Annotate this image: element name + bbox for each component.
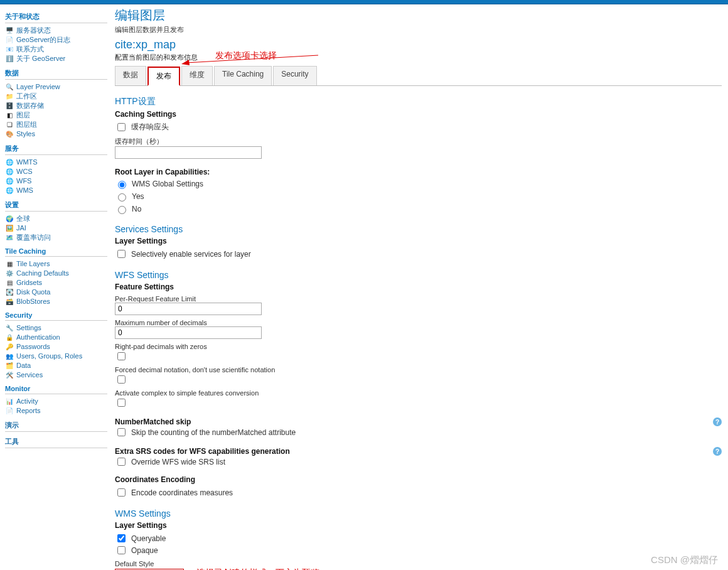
sidebar-item-sec-data[interactable]: Data bbox=[16, 361, 31, 370]
coordinates-encoding-heading: Coordinates Encoding bbox=[115, 475, 722, 484]
key-icon: 🔑 bbox=[5, 343, 14, 352]
override-srs-checkbox[interactable] bbox=[117, 458, 126, 466]
tab-publish[interactable]: 发布 bbox=[147, 67, 180, 86]
skip-numbermatched-checkbox[interactable] bbox=[117, 428, 126, 436]
sidebar-item-disk-quota[interactable]: Disk Quota bbox=[16, 288, 50, 297]
sidebar-item-styles[interactable]: Styles bbox=[16, 129, 35, 139]
selective-services-checkbox[interactable] bbox=[117, 250, 126, 258]
sidebar-item-users-groups-roles[interactable]: Users, Groups, Roles bbox=[16, 352, 82, 361]
sidebar-item-caching-defaults[interactable]: Caching Defaults bbox=[16, 269, 69, 278]
help-icon[interactable]: ? bbox=[713, 417, 722, 426]
globe-icon: 🌍 bbox=[5, 215, 14, 223]
data-icon: 🗂️ bbox=[5, 362, 14, 370]
sidebar-item-global[interactable]: 全球 bbox=[16, 214, 30, 223]
tab-dimension[interactable]: 维度 bbox=[181, 66, 213, 85]
sidebar: 关于和状态 🖥️服务器状态 📄GeoServer的日志 📧联系方式 ℹ️关于 G… bbox=[0, 4, 107, 570]
gear-icon: ⚙️ bbox=[5, 269, 14, 278]
max-decimals-label: Maximum number of decimals bbox=[115, 319, 722, 326]
help-icon[interactable]: ? bbox=[713, 447, 722, 456]
sidebar-item-about[interactable]: 关于 GeoServer bbox=[16, 54, 65, 63]
activity-icon: 📊 bbox=[5, 397, 14, 406]
root-layer-yes-label: Yes bbox=[132, 192, 144, 201]
root-layer-heading: Root Layer in Capabilities: bbox=[115, 168, 722, 176]
layer-name-heading: cite:xp_map bbox=[115, 38, 722, 51]
encode-coordinates-label: Encode coordinates measures bbox=[131, 488, 233, 497]
content-area: 编辑图层 编辑图层数据并且发布 cite:xp_map 配置当前图层的和发布信息… bbox=[107, 4, 728, 570]
tab-data[interactable]: 数据 bbox=[115, 66, 146, 85]
wms-icon: 🌐 bbox=[5, 186, 14, 195]
cache-response-checkbox[interactable] bbox=[117, 123, 126, 131]
sidebar-item-wcs[interactable]: WCS bbox=[16, 167, 33, 176]
encode-coordinates-checkbox[interactable] bbox=[117, 488, 126, 497]
sidebar-item-logs[interactable]: GeoServer的日志 bbox=[16, 35, 70, 45]
sidebar-item-sec-settings[interactable]: Settings bbox=[16, 323, 41, 333]
sidebar-item-layer-preview[interactable]: Layer Preview bbox=[16, 82, 60, 92]
wms-settings-heading: WMS Settings bbox=[115, 508, 722, 519]
sidebar-item-activity[interactable]: Activity bbox=[16, 397, 38, 406]
default-style-label: Default Style bbox=[115, 560, 184, 567]
page-subtitle: 编辑图层数据并且发布 bbox=[115, 25, 722, 35]
sidebar-item-layergroups[interactable]: 图层组 bbox=[16, 120, 37, 129]
sidebar-item-blobstores[interactable]: BlobStores bbox=[16, 297, 50, 306]
sidebar-item-passwords[interactable]: Passwords bbox=[16, 342, 50, 352]
search-icon: 🔍 bbox=[5, 83, 14, 92]
config-desc-line: 配置当前图层的和发布信息 发布选项卡选择 bbox=[115, 53, 722, 62]
opaque-checkbox[interactable] bbox=[117, 546, 126, 554]
opaque-label: Opaque bbox=[131, 546, 158, 555]
forced-decimal-checkbox[interactable] bbox=[117, 375, 126, 384]
sidebar-item-jai[interactable]: JAI bbox=[16, 223, 26, 233]
root-layer-global-label: WMS Global Settings bbox=[132, 180, 203, 188]
jai-icon: 🖼️ bbox=[5, 224, 14, 233]
sidebar-item-wfs[interactable]: WFS bbox=[16, 176, 31, 186]
cache-time-input[interactable] bbox=[115, 146, 262, 159]
sidebar-item-reports[interactable]: Reports bbox=[16, 406, 41, 416]
root-layer-yes-radio[interactable] bbox=[118, 193, 126, 202]
sidebar-item-tools[interactable]: 工具 bbox=[5, 438, 19, 445]
sidebar-item-tile-layers[interactable]: Tile Layers bbox=[16, 259, 50, 269]
users-icon: 👥 bbox=[5, 352, 14, 361]
palette-icon: 🎨 bbox=[5, 130, 14, 139]
cache-response-label: 缓存响应头 bbox=[131, 122, 169, 132]
root-layer-global-radio[interactable] bbox=[118, 181, 126, 189]
blob-icon: 🗃️ bbox=[5, 298, 14, 306]
tab-tile-caching[interactable]: Tile Caching bbox=[214, 66, 272, 85]
sidebar-group-settings: 设置 bbox=[5, 200, 107, 210]
complex-to-simple-checkbox[interactable] bbox=[117, 399, 126, 407]
wms-layer-settings-heading: Layer Settings bbox=[115, 521, 722, 530]
sidebar-item-stores[interactable]: 数据存储 bbox=[16, 101, 44, 110]
wfs-icon: 🌐 bbox=[5, 177, 14, 186]
sidebar-item-coverage[interactable]: 覆盖率访问 bbox=[16, 233, 51, 242]
info-icon: ℹ️ bbox=[5, 55, 14, 63]
caching-settings-heading: Caching Settings bbox=[115, 110, 722, 119]
sidebar-item-server-status[interactable]: 服务器状态 bbox=[16, 26, 51, 35]
sidebar-item-contact[interactable]: 联系方式 bbox=[16, 45, 44, 54]
queryable-label: Queryable bbox=[131, 534, 166, 543]
sidebar-item-gridsets[interactable]: Gridsets bbox=[16, 278, 42, 288]
root-layer-no-radio[interactable] bbox=[118, 206, 126, 214]
tab-security[interactable]: Security bbox=[273, 66, 316, 85]
database-icon: 🗄️ bbox=[5, 102, 14, 110]
max-decimals-input[interactable] bbox=[115, 326, 262, 339]
root-layer-no-label: No bbox=[132, 205, 141, 213]
tabs: 数据 发布 维度 Tile Caching Security bbox=[115, 66, 722, 86]
per-request-limit-label: Per-Request Feature Limit bbox=[115, 295, 722, 303]
sidebar-group-data: 数据 bbox=[5, 68, 107, 78]
monitor-icon: 🖥️ bbox=[5, 26, 14, 35]
queryable-checkbox[interactable] bbox=[117, 534, 126, 542]
sidebar-item-layers[interactable]: 图层 bbox=[16, 110, 30, 120]
sidebar-item-authentication[interactable]: Authentication bbox=[16, 333, 60, 342]
sidebar-item-sec-services[interactable]: Services bbox=[16, 370, 43, 380]
services-settings-heading: Services Settings bbox=[115, 224, 722, 234]
sidebar-item-workspaces[interactable]: 工作区 bbox=[16, 92, 37, 101]
layers-icon: ❏ bbox=[5, 121, 14, 129]
page-title: 编辑图层 bbox=[115, 7, 722, 24]
sidebar-group-security: Security bbox=[5, 311, 107, 319]
sidebar-item-wmts[interactable]: WMTS bbox=[16, 158, 38, 167]
selective-services-label: Selectively enable services for layer bbox=[131, 250, 251, 259]
rightpad-checkbox[interactable] bbox=[117, 352, 126, 360]
per-request-limit-input[interactable] bbox=[115, 303, 262, 315]
sidebar-item-wms[interactable]: WMS bbox=[16, 186, 33, 195]
reports-icon: 📄 bbox=[5, 407, 14, 416]
sidebar-item-demos[interactable]: 演示 bbox=[5, 421, 19, 429]
annotation-style-select: 选择已创建的样式，下方为预览 bbox=[196, 559, 319, 570]
